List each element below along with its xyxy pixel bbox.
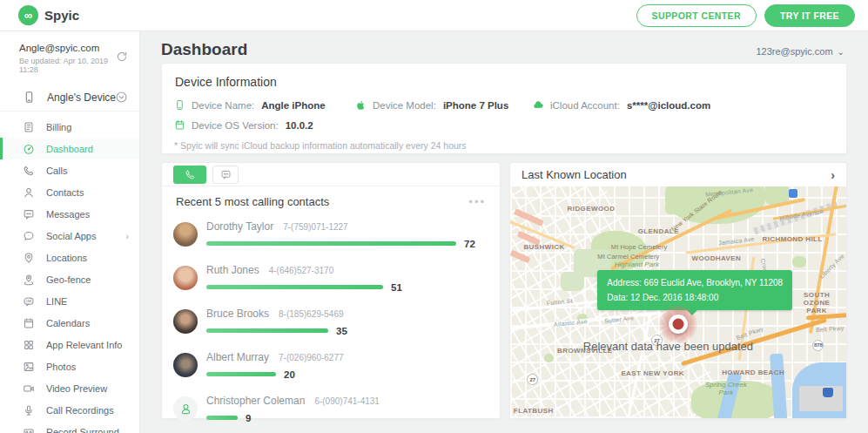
contact-row[interactable]: Bruce Brooks 8-(185)629-5469 35 [162, 300, 500, 343]
calls-bar [206, 328, 328, 333]
sidebar-item-icon [23, 382, 35, 395]
map-label: Mt Carmel Cemetery [597, 253, 659, 260]
map-card-header: Last Known Location › [510, 163, 846, 186]
phone-icon [185, 169, 196, 180]
device-info-field: iCloud Account: s****@icloud.com [533, 99, 834, 111]
sidebar-item-label: Messages [46, 209, 90, 220]
contact-info: Christopher Coleman 6-(090)741-4131 9 [206, 395, 500, 423]
contact-phone: 6-(090)741-4131 [314, 396, 380, 406]
refresh-icon[interactable] [116, 51, 128, 63]
sidebar-item-label: Geo-fence [46, 274, 91, 285]
sidebar-item-label: App Relevant Info [46, 340, 122, 350]
map-industrial-area [799, 386, 843, 411]
device-field-value: 10.0.2 [286, 120, 313, 131]
device-field-icon [355, 99, 367, 111]
last-known-location-card: Last Known Location › [509, 162, 847, 419]
contact-name: Christopher Coleman [206, 395, 305, 407]
sidebar-item-record-surround[interactable]: Record Surround [0, 421, 139, 433]
chevron-right-icon[interactable]: › [831, 169, 835, 181]
contact-phone: 7-(759)071-1227 [283, 222, 348, 232]
sidebar-item-label: LINE [46, 296, 67, 307]
sidebar-item-label: Call Recordings [46, 405, 114, 416]
contacts-tabstrip [162, 163, 500, 186]
contact-info: Bruce Brooks 8-(185)629-5469 35 [206, 308, 500, 336]
main-content: Dashboard 123re@spyic.com ⌄ Device Infor… [140, 31, 868, 433]
calls-bar [206, 372, 276, 376]
contact-row[interactable]: Christopher Coleman 6-(090)741-4131 9 [162, 387, 500, 430]
avatar [173, 266, 198, 290]
brand-logo-link[interactable]: ∞ Spyic [0, 5, 79, 25]
tab-messages[interactable] [212, 166, 239, 184]
map-canvas[interactable]: RIDGEWOODGLENDALEBUSHWICKWOODHAVENRICHMO… [510, 186, 846, 418]
sidebar-menu: Billing Dashboard Calls Contacts Message… [0, 112, 139, 433]
sidebar-item-label: Locations [46, 253, 87, 263]
contact-info: Ruth Jones 4-(646)527-3170 51 [206, 264, 500, 293]
sidebar-item-geo-fence[interactable]: Geo-fence [0, 268, 139, 290]
contact-phone: 4-(646)527-3170 [269, 266, 334, 275]
location-marker[interactable] [658, 304, 698, 344]
try-it-free-button[interactable]: TRY IT FREE [764, 4, 855, 27]
sidebar-item-label: Record Surround [46, 427, 119, 433]
device-field-label: Device Model: [373, 100, 436, 111]
map-label: Highland Park [615, 260, 660, 268]
contact-row[interactable]: Dorothy Taylor 7-(759)071-1227 72 [162, 213, 500, 256]
account-dropdown[interactable]: 123re@spyic.com ⌄ [756, 46, 844, 57]
chevron-right-icon: › [125, 231, 129, 241]
sidebar-item-icon [23, 274, 35, 286]
contact-phone: 7-(026)960-6277 [279, 353, 344, 362]
last-updated-text: Be updated: Apr 10, 2019 11:28 [19, 57, 129, 74]
map-label: WOODHAVEN [691, 254, 741, 262]
contact-info: Dorothy Taylor 7-(759)071-1227 72 [206, 220, 500, 249]
sidebar-item-calendars[interactable]: Calendars [0, 312, 139, 334]
map-label: EAST NEW YORK [621, 369, 684, 377]
sidebar-item-label: Billing [46, 122, 71, 132]
tab-calls[interactable] [173, 166, 206, 184]
chevron-down-icon: ⌄ [838, 47, 844, 57]
sidebar-item-billing[interactable]: Billing [0, 116, 139, 138]
device-field-value: s****@icloud.com [627, 100, 710, 111]
sidebar-item-video-preview[interactable]: Video Preview [0, 377, 139, 399]
user-email: Angle@spyic.com [19, 43, 129, 53]
contact-row[interactable]: Albert Murray 7-(026)960-6277 20 [162, 343, 500, 387]
contact-row[interactable]: Ruth Jones 4-(646)527-3170 51 [162, 256, 500, 300]
sidebar-item-messages[interactable]: Messages [0, 203, 139, 225]
sidebar-item-app-relevant-info[interactable]: App Relevant Info [0, 334, 139, 355]
chevron-down-circle-icon[interactable] [115, 91, 128, 104]
device-phone-icon [23, 91, 36, 104]
sidebar-item-dashboard[interactable]: Dashboard [0, 138, 139, 159]
contacts-list: Dorothy Taylor 7-(759)071-1227 72 Ruth J… [162, 213, 500, 430]
sidebar-item-label: Contacts [46, 187, 84, 198]
sidebar-item-label: Calls [46, 166, 67, 176]
sidebar-item-calls[interactable]: Calls [0, 159, 139, 181]
account-email: 123re@spyic.com [756, 46, 832, 57]
device-field-icon [174, 99, 185, 111]
calls-bar [206, 285, 383, 289]
contact-name: Bruce Brooks [206, 308, 269, 320]
contact-info: Albert Murray 7-(026)960-6277 20 [206, 351, 500, 380]
sidebar-item-contacts[interactable]: Contacts [0, 181, 139, 203]
avatar [173, 396, 198, 421]
contacts-list-title: Recent 5 most calling contacts [176, 195, 329, 208]
device-info-field: Device Name: Angle iPhone [174, 99, 355, 111]
sidebar-item-photos[interactable]: Photos [0, 355, 139, 377]
support-center-button[interactable]: SUPPORT CENTER [636, 4, 757, 27]
map-card-title: Last Known Location [521, 168, 627, 181]
avatar [173, 222, 198, 247]
sidebar-item-call-recordings[interactable]: Call Recordings [0, 399, 139, 421]
calls-count: 9 [246, 413, 251, 423]
device-selector-label: Angle's Device [47, 91, 116, 104]
device-field-value: Angle iPhone [261, 100, 325, 111]
map-label: Spring Creek Park [705, 381, 747, 396]
device-selector[interactable]: Angle's Device [0, 84, 139, 112]
tooltip-date: Data: 12 Dec. 2016 18:48:00 [607, 290, 783, 305]
sidebar-item-social-apps[interactable]: Social Apps › [0, 225, 139, 247]
more-options-icon[interactable]: ••• [468, 199, 486, 206]
sidebar-item-line[interactable]: LINE LINE [0, 290, 139, 312]
sidebar-item-icon [23, 317, 35, 329]
marker-dot [673, 319, 684, 330]
sidebar-item-label: Social Apps [46, 231, 96, 241]
spyic-dashboard-app: ∞ Spyic SUPPORT CENTER TRY IT FREE Angle… [0, 0, 868, 433]
sidebar-item-locations[interactable]: Locations [0, 247, 139, 268]
device-info-field: Device Model: iPhone 7 Plus [355, 99, 533, 111]
page-title: Dashboard [161, 40, 247, 59]
